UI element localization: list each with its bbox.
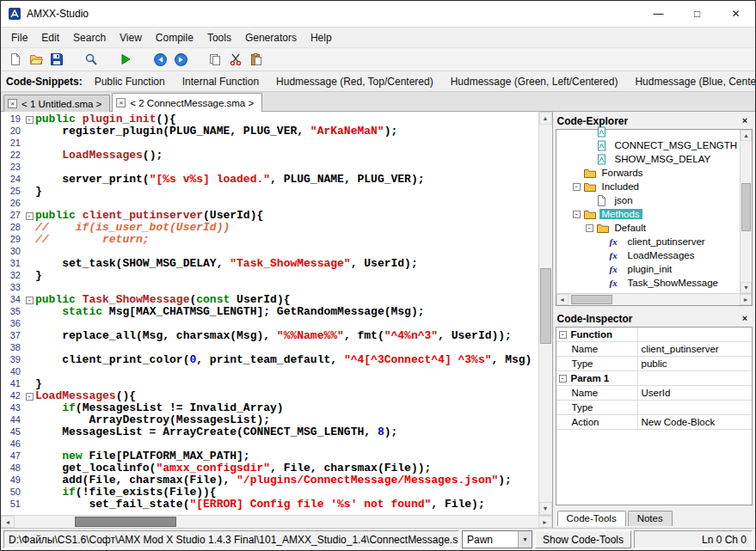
- fold-toggle-icon[interactable]: -: [26, 116, 34, 124]
- menu-item-file[interactable]: File: [4, 32, 34, 44]
- snippet-hudmessage-green-left-centered[interactable]: Hudmessage (Green, Left/Centered): [442, 76, 627, 88]
- code-text: new File[PLATFORM_MAX_PATH];: [35, 450, 250, 462]
- scroll-up-icon[interactable]: ▲: [539, 112, 552, 125]
- tree-item-methods[interactable]: -Methods: [556, 207, 741, 221]
- tree-vscroll-thumb[interactable]: [741, 183, 751, 231]
- code-line: 37 replace_all(Msg, charsmax(Msg), "%%Na…: [1, 330, 538, 342]
- tree-item-item[interactable]: [556, 125, 741, 138]
- paste-button[interactable]: [246, 50, 267, 69]
- editor-tab-1-untitled-sma[interactable]: ×< 1 Untitled.sma >: [3, 95, 110, 112]
- fold-toggle-icon[interactable]: -: [26, 393, 34, 401]
- editor-vscroll-thumb[interactable]: [540, 268, 551, 344]
- tree-expand-icon[interactable]: -: [573, 211, 581, 218]
- menu-item-generators[interactable]: Generators: [238, 32, 304, 44]
- tree-hscroll-track[interactable]: [569, 294, 741, 305]
- inspector-value-type[interactable]: public: [638, 357, 753, 370]
- code-text: MessagesList = ArrayCreate(CONNECT_MSG_L…: [35, 426, 397, 438]
- run-button[interactable]: [115, 50, 136, 69]
- tree-item-label: Forwards: [599, 168, 646, 178]
- new-file-button[interactable]: [5, 50, 26, 69]
- menu-item-tools[interactable]: Tools: [200, 32, 238, 44]
- menu-item-edit[interactable]: Edit: [34, 32, 66, 44]
- code-token: // if(is_user_bot(UserId)): [35, 221, 230, 234]
- inspector-value-type[interactable]: [638, 401, 753, 414]
- editor-vertical-scrollbar[interactable]: ▲ ▼: [538, 112, 552, 515]
- code-inspector-close-icon[interactable]: ×: [739, 313, 751, 325]
- bottom-tab-notes[interactable]: Notes: [628, 511, 673, 526]
- menu-item-search[interactable]: Search: [66, 32, 113, 44]
- code-line: 19-public plugin_init(){: [1, 113, 538, 126]
- scroll-right-icon[interactable]: ►: [740, 294, 752, 305]
- snippet-public-function[interactable]: Public Function: [86, 76, 174, 88]
- editor-hscroll-track[interactable]: [15, 516, 538, 528]
- back-button[interactable]: [150, 50, 170, 69]
- tab-close-icon[interactable]: ×: [116, 98, 126, 107]
- code-explorer-close-icon[interactable]: ×: [739, 115, 751, 127]
- tree-item-included[interactable]: -Included: [556, 180, 741, 193]
- inspector-value-action[interactable]: New Code-Block: [638, 415, 753, 429]
- fold-toggle-icon[interactable]: -: [26, 297, 34, 304]
- code-text: // if(is_user_bot(UserId)): [35, 222, 230, 234]
- tree-expand-icon[interactable]: -: [586, 224, 593, 232]
- forward-button[interactable]: [170, 50, 191, 69]
- menu-item-help[interactable]: Help: [304, 32, 339, 44]
- snippet-internal-function[interactable]: Internal Function: [174, 76, 267, 88]
- tab-close-icon[interactable]: ×: [8, 99, 17, 108]
- save-button[interactable]: [46, 50, 67, 69]
- collapse-icon[interactable]: -: [559, 331, 567, 339]
- line-number: 19: [1, 113, 23, 126]
- scroll-right-icon[interactable]: ►: [538, 516, 552, 528]
- open-folder-button[interactable]: [26, 50, 46, 69]
- tree-vscroll-track[interactable]: [741, 141, 752, 282]
- snippet-hudmessage-blue-centered[interactable]: Hudmessage (Blue, Centered): [626, 76, 755, 88]
- language-combobox[interactable]: Pawn ▼: [462, 530, 532, 548]
- code-line: 51 set_fail_state("[ERROR] Config file '…: [1, 499, 538, 511]
- scroll-left-icon[interactable]: ◄: [556, 294, 569, 305]
- tree-item-connect-msg-length[interactable]: CONNECT_MSG_LENGTH: [556, 138, 741, 152]
- cut-button[interactable]: [225, 50, 246, 69]
- collapse-icon[interactable]: -: [559, 375, 567, 383]
- tree-item-client-putinserver[interactable]: fxclient_putinserver: [556, 235, 741, 248]
- editor-tab-2-connectmessage-sma[interactable]: ×< 2 ConnectMessage.sma >: [112, 93, 262, 112]
- scroll-up-icon[interactable]: ▲: [741, 130, 752, 141]
- editor-vscroll-track[interactable]: [539, 125, 552, 502]
- code-editor[interactable]: 19-public plugin_init(){20 register_plug…: [1, 112, 552, 515]
- scroll-down-icon[interactable]: ▼: [539, 502, 552, 515]
- tree-item-plugin-init[interactable]: fxplugin_init: [556, 262, 741, 276]
- show-code-tools-button[interactable]: Show Code-Tools: [535, 530, 631, 548]
- tree-item-forwards[interactable]: Forwards: [556, 166, 741, 180]
- tree-horizontal-scrollbar[interactable]: ◄ ►: [556, 293, 753, 305]
- chevron-down-icon[interactable]: ▼: [518, 531, 532, 548]
- fold-toggle-icon[interactable]: -: [26, 212, 34, 220]
- tree-hscroll-thumb[interactable]: [571, 295, 612, 304]
- menu-item-view[interactable]: View: [113, 32, 149, 44]
- tree-item-task-showmessage[interactable]: fxTask_ShowMessage: [556, 276, 741, 290]
- code-token: }: [35, 269, 42, 282]
- menu-item-compile[interactable]: Compile: [149, 32, 200, 44]
- tree-vertical-scrollbar[interactable]: ▲ ▼: [740, 130, 752, 293]
- bottom-tab-code-tools[interactable]: Code-Tools: [557, 511, 626, 526]
- search-button[interactable]: [81, 50, 101, 69]
- tree-expand-icon[interactable]: -: [573, 183, 581, 191]
- line-number: 43: [1, 402, 23, 414]
- tree-item-loadmessages[interactable]: fxLoadMessages: [556, 248, 741, 262]
- inspector-value-name[interactable]: client_putinserver: [638, 342, 753, 356]
- code-token: );: [384, 125, 398, 138]
- copy-button[interactable]: [205, 50, 225, 69]
- close-button[interactable]: ✕: [716, 1, 755, 27]
- scroll-left-icon[interactable]: ◄: [1, 516, 15, 528]
- tree-item-default[interactable]: -Default: [556, 221, 741, 235]
- window-title: AMXX-Studio: [27, 8, 89, 20]
- editor-hscroll-thumb[interactable]: [75, 517, 176, 527]
- tree-item-json[interactable]: json: [556, 193, 741, 207]
- maximize-button[interactable]: □: [678, 1, 716, 27]
- inspector-row: Typepublic: [556, 357, 753, 371]
- inspector-value-name[interactable]: UserId: [638, 386, 753, 400]
- code-token: [35, 401, 62, 414]
- cut-icon: [229, 52, 243, 66]
- scroll-down-icon[interactable]: ▼: [741, 282, 752, 293]
- tree-item-show-msg-delay[interactable]: SHOW_MSG_DELAY: [556, 152, 741, 166]
- snippet-hudmessage-red-top-centered[interactable]: Hudmessage (Red, Top/Centered): [267, 76, 442, 88]
- minimize-button[interactable]: —: [639, 1, 678, 27]
- editor-horizontal-scrollbar[interactable]: ◄ ►: [1, 515, 552, 528]
